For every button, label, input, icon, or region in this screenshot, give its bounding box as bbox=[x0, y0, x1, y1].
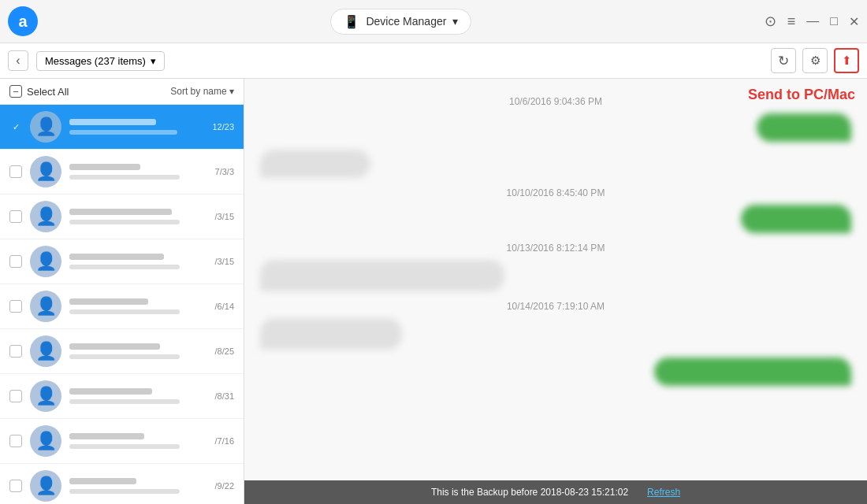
app-logo[interactable]: a bbox=[8, 6, 38, 36]
settings-icon: ⚙ bbox=[810, 54, 820, 68]
list-item[interactable]: 👤 /8/31 bbox=[0, 374, 244, 419]
export-icon: ⬆ bbox=[842, 54, 852, 68]
list-item[interactable]: 👤 /3/15 bbox=[0, 239, 244, 284]
device-manager-label: Device Manager bbox=[366, 15, 446, 28]
person-icon: 👤 bbox=[35, 431, 57, 451]
message-row bbox=[260, 205, 851, 233]
contact-info bbox=[69, 343, 207, 359]
checkbox[interactable] bbox=[9, 210, 22, 223]
avatar: 👤 bbox=[30, 111, 61, 143]
checkbox[interactable] bbox=[9, 255, 22, 268]
contact-preview bbox=[69, 399, 180, 404]
list-item[interactable]: 👤 /6/14 bbox=[0, 284, 244, 329]
back-icon: ‹ bbox=[16, 54, 20, 68]
list-item[interactable]: 👤 /8/25 bbox=[0, 329, 244, 374]
refresh-link[interactable]: Refresh bbox=[647, 487, 680, 498]
contact-preview bbox=[69, 309, 180, 314]
contact-date: /8/25 bbox=[215, 346, 234, 356]
contact-info bbox=[69, 119, 204, 135]
contact-date: 12/23 bbox=[212, 122, 234, 132]
list-item[interactable]: 👤 /3/15 bbox=[0, 195, 244, 239]
maximize-button[interactable]: □ bbox=[830, 14, 838, 28]
person-icon: 👤 bbox=[35, 161, 57, 182]
messages-dropdown[interactable]: Messages (237 items) ▾ bbox=[36, 51, 165, 71]
list-item[interactable]: 👤 /9/22 bbox=[0, 464, 244, 504]
checkbox[interactable] bbox=[9, 390, 22, 402]
toolbar-right: ↻ ⚙ ⬆ bbox=[771, 48, 859, 73]
search-icon[interactable]: ⊙ bbox=[765, 13, 776, 30]
send-to-pc-label[interactable]: Send to PC/Mac bbox=[748, 87, 855, 103]
list-item[interactable]: ✓ 👤 12/23 bbox=[0, 105, 244, 150]
message-bubble bbox=[260, 150, 370, 178]
checkbox[interactable] bbox=[9, 480, 22, 492]
person-icon: 👤 bbox=[35, 296, 57, 317]
avatar: 👤 bbox=[30, 335, 61, 367]
contact-date: /7/16 bbox=[215, 436, 234, 446]
refresh-button[interactable]: ↻ bbox=[771, 48, 796, 73]
contact-name bbox=[69, 298, 148, 305]
contact-info bbox=[69, 433, 207, 449]
export-button[interactable]: ⬆ bbox=[834, 48, 859, 73]
checkbox[interactable]: ✓ bbox=[9, 120, 22, 133]
device-manager-button[interactable]: 📱 Device Manager ▾ bbox=[330, 9, 471, 35]
messages-area: 10/6/2016 9:04:36 PM 10/10/2016 8:45:40 … bbox=[244, 79, 867, 480]
checkbox[interactable] bbox=[9, 345, 22, 358]
contact-preview bbox=[69, 265, 180, 269]
contact-name bbox=[69, 119, 156, 125]
timestamp: 10/13/2016 8:12:14 PM bbox=[260, 243, 851, 254]
sort-chevron-icon: ▾ bbox=[229, 86, 234, 97]
message-bubble bbox=[741, 205, 851, 233]
status-text: This is the Backup before 2018-08-23 15:… bbox=[431, 487, 628, 498]
contact-info bbox=[69, 164, 207, 180]
menu-icon[interactable]: ≡ bbox=[787, 13, 796, 30]
chevron-down-icon: ▾ bbox=[151, 55, 156, 67]
avatar: 👤 bbox=[30, 291, 61, 322]
list-item[interactable]: 👤 /7/16 bbox=[0, 419, 244, 464]
contact-preview bbox=[69, 489, 180, 494]
checkbox[interactable] bbox=[9, 165, 22, 178]
contact-name bbox=[69, 433, 144, 439]
contact-date: /8/31 bbox=[215, 391, 234, 401]
avatar: 👤 bbox=[30, 470, 61, 502]
contact-date: /9/22 bbox=[215, 481, 234, 491]
contact-name bbox=[69, 388, 152, 395]
person-icon: 👤 bbox=[35, 476, 57, 496]
contact-preview bbox=[69, 354, 180, 359]
avatar: 👤 bbox=[30, 246, 61, 277]
contact-preview bbox=[69, 175, 180, 180]
avatar: 👤 bbox=[30, 380, 61, 412]
back-button[interactable]: ‹ bbox=[8, 50, 28, 71]
close-button[interactable]: ✕ bbox=[849, 14, 859, 29]
message-row bbox=[260, 113, 851, 142]
list-item[interactable]: 👤 7/3/3 bbox=[0, 150, 244, 195]
right-panel: Send to PC/Mac 10/6/2016 9:04:36 PM 10/1… bbox=[244, 79, 867, 504]
message-bubble bbox=[260, 318, 402, 350]
message-row bbox=[260, 150, 851, 178]
contact-info bbox=[69, 478, 207, 494]
contact-preview bbox=[69, 220, 180, 224]
messages-label: Messages (237 items) bbox=[45, 55, 146, 67]
sort-button[interactable]: Sort by name ▾ bbox=[170, 86, 234, 97]
select-all-bar: − Select All Sort by name ▾ bbox=[0, 79, 244, 105]
contact-list: ✓ 👤 12/23 👤 7/3 bbox=[0, 105, 244, 504]
window-controls: ⊙ ≡ — □ ✕ bbox=[765, 13, 859, 30]
person-icon: 👤 bbox=[35, 206, 57, 227]
settings-button[interactable]: ⚙ bbox=[802, 48, 828, 73]
select-all-checkbox[interactable]: − bbox=[9, 85, 22, 98]
checkbox[interactable] bbox=[9, 300, 22, 313]
contact-date: /6/14 bbox=[215, 302, 234, 311]
contact-name bbox=[69, 254, 164, 260]
main-content: − Select All Sort by name ▾ ✓ 👤 12/23 bbox=[0, 79, 867, 504]
contact-info bbox=[69, 209, 207, 224]
checkbox[interactable] bbox=[9, 435, 22, 447]
avatar: 👤 bbox=[30, 156, 61, 187]
chevron-down-icon: ▾ bbox=[452, 15, 458, 28]
message-bubble bbox=[260, 260, 504, 291]
contact-info bbox=[69, 254, 207, 269]
person-icon: 👤 bbox=[35, 386, 57, 406]
timestamp: 10/14/2016 7:19:10 AM bbox=[260, 301, 851, 312]
left-panel: − Select All Sort by name ▾ ✓ 👤 12/23 bbox=[0, 79, 244, 504]
contact-preview bbox=[69, 444, 180, 449]
minimize-button[interactable]: — bbox=[806, 14, 819, 28]
contact-date: /3/15 bbox=[215, 212, 234, 221]
